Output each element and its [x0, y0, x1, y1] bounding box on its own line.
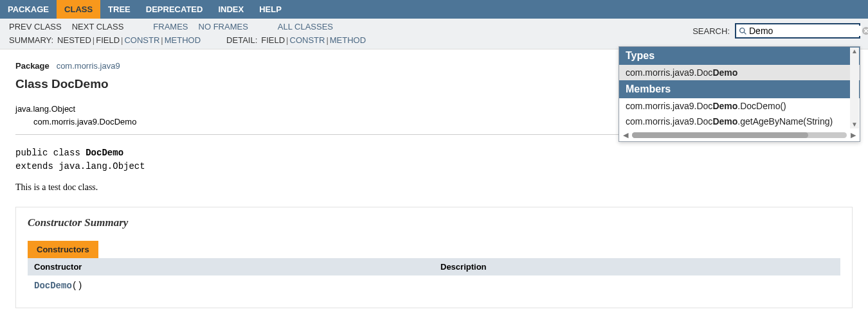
nav-index[interactable]: INDEX [210, 0, 251, 19]
top-nav: PACKAGE CLASS TREE DEPRECATED INDEX HELP [0, 0, 868, 19]
dropdown-types-header: Types [619, 47, 860, 65]
search-label: SEARCH: [692, 26, 730, 36]
constructors-tab[interactable]: Constructors [28, 241, 98, 258]
svg-point-2 [862, 27, 868, 35]
dropdown-vertical-scrollbar[interactable]: ▲ ▼ [850, 48, 859, 128]
svg-line-1 [744, 32, 746, 34]
scroll-right-arrow-icon[interactable]: ▶ [851, 131, 856, 139]
package-link[interactable]: com.morris.java9 [57, 61, 120, 71]
dropdown-member-item[interactable]: com.morris.java9.DocDemo.getAgeByName(St… [619, 114, 860, 129]
nav-deprecated[interactable]: DEPRECATED [138, 0, 211, 19]
description-cell [434, 275, 840, 296]
search-icon [739, 27, 747, 35]
prev-class-link[interactable]: PREV CLASS [0, 22, 67, 31]
table-row: DocDemo() [28, 275, 840, 296]
scroll-down-arrow-icon[interactable]: ▼ [850, 121, 859, 128]
nav-package[interactable]: PACKAGE [0, 0, 57, 19]
class-signature: public class DocDemo extends java.lang.O… [15, 146, 853, 173]
detail-method[interactable]: METHOD [329, 35, 367, 45]
svg-point-0 [740, 28, 745, 32]
next-class-link[interactable]: NEXT CLASS [67, 22, 129, 31]
summary-method[interactable]: METHOD [163, 35, 202, 45]
nav-tree[interactable]: TREE [100, 0, 138, 19]
sub-nav: PREV CLASS NEXT CLASS FRAMES NO FRAMES A… [0, 19, 868, 49]
clear-icon[interactable] [862, 26, 868, 35]
search-input[interactable] [749, 26, 862, 36]
dropdown-type-item[interactable]: com.morris.java9.DocDemo [619, 65, 860, 80]
no-frames-link[interactable]: NO FRAMES [194, 22, 253, 31]
search-dropdown: ▲ ▼ Types com.morris.java9.DocDemo Membe… [619, 46, 860, 142]
summary-nested: NESTED [56, 35, 93, 45]
search-container: SEARCH: [692, 23, 860, 39]
summary-label: SUMMARY: [0, 35, 56, 45]
detail-field: FIELD [260, 35, 286, 45]
description-header: Description [434, 258, 840, 275]
nav-help[interactable]: HELP [251, 0, 289, 19]
dropdown-member-item[interactable]: com.morris.java9.DocDemo.DocDemo() [619, 98, 860, 114]
scroll-left-arrow-icon[interactable]: ◀ [623, 131, 628, 139]
package-label: Package [15, 61, 50, 71]
detail-label: DETAIL: [226, 35, 260, 45]
scroll-up-arrow-icon[interactable]: ▲ [850, 48, 859, 55]
summary-constr[interactable]: CONSTR [123, 35, 161, 45]
all-classes-link[interactable]: ALL CLASSES [273, 22, 338, 31]
constructor-summary-box: Constructor Summary Constructors Constru… [15, 207, 853, 308]
dropdown-members-header: Members [619, 80, 860, 98]
detail-constr[interactable]: CONSTR [289, 35, 327, 45]
summary-field: FIELD [95, 35, 121, 45]
constructor-header: Constructor [28, 258, 434, 275]
class-description: This is a test doc class. [15, 182, 853, 193]
constructors-table: Constructor Description DocDemo() [28, 258, 840, 296]
frames-link[interactable]: FRAMES [148, 22, 193, 31]
constructor-cell: DocDemo() [28, 275, 434, 296]
nav-class[interactable]: CLASS [57, 0, 100, 19]
search-box [735, 23, 860, 39]
constructor-summary-title: Constructor Summary [28, 216, 840, 229]
dropdown-horizontal-scrollbar[interactable]: ◀ ▶ [619, 129, 860, 141]
constructor-link[interactable]: DocDemo [34, 281, 72, 291]
